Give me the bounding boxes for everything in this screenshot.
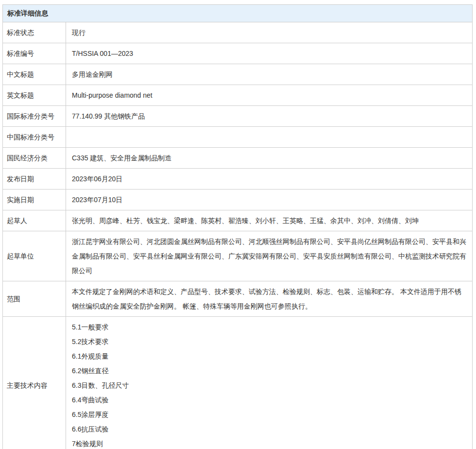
row-value: 浙江昆宇网业有限公司、河北团圆金属丝网制品有限公司、河北顺强丝网制品有限公司、安… [66, 231, 473, 281]
row-label: 标准编号 [3, 43, 66, 64]
row-value: 5.1一般要求5.2技术要求6.1外观质量6.2钢丝直径6.3目数、孔径尺寸6.… [66, 317, 473, 449]
row-label: 国民经济分类 [3, 148, 66, 169]
table-row: 发布日期2023年06月20日 [3, 169, 473, 190]
row-label: 起草单位 [3, 231, 66, 281]
row-label: 国际标准分类号 [3, 106, 66, 127]
row-value: 本文件规定了金刚网的术语和定义、产品型号、技术要求、试验方法、检验规则、标志、包… [66, 281, 473, 317]
value-line: 7检验规则 [72, 436, 467, 449]
table-row: 中国标准分类号 [3, 127, 473, 148]
row-label: 标准状态 [3, 22, 66, 43]
value-line: 6.4弯曲试验 [72, 393, 467, 407]
value-line: 5.1一般要求 [72, 320, 467, 334]
row-value: 2023年07月10日 [66, 190, 473, 210]
value-line: 5.2技术要求 [72, 334, 467, 349]
row-label: 实施日期 [3, 190, 66, 210]
row-label: 中文标题 [3, 64, 66, 85]
table-row: 标准编号T/HSSIA 001—2023 [3, 43, 473, 64]
table-row: 国民经济分类C335 建筑、安全用金属制品制造 [3, 148, 473, 169]
value-line: 6.1外观质量 [72, 349, 467, 363]
table-row: 起草人张光明、周彦峰、杜芳、钱宝龙、梁畔逢、陈英村、翟浩臻、刘小轩、王英略、王猛… [3, 210, 473, 231]
value-line: 6.5涂层厚度 [72, 407, 467, 422]
table-row: 主要技术内容5.1一般要求5.2技术要求6.1外观质量6.2钢丝直径6.3目数、… [3, 317, 473, 449]
row-value: 现行 [66, 22, 473, 43]
row-label: 范围 [3, 281, 66, 317]
table-row: 起草单位浙江昆宇网业有限公司、河北团圆金属丝网制品有限公司、河北顺强丝网制品有限… [3, 231, 473, 281]
row-value: 张光明、周彦峰、杜芳、钱宝龙、梁畔逢、陈英村、翟浩臻、刘小轩、王英略、王猛、余其… [66, 210, 473, 231]
row-value: T/HSSIA 001—2023 [66, 43, 473, 64]
row-value: 多用途金刚网 [66, 64, 473, 85]
table-row: 英文标题Multi-purpose diamond net [3, 85, 473, 106]
value-line: 6.3目数、孔径尺寸 [72, 378, 467, 393]
row-label: 发布日期 [3, 169, 66, 190]
row-value: 2023年06月20日 [66, 169, 473, 190]
row-label: 起草人 [3, 210, 66, 231]
value-line: 6.2钢丝直径 [72, 363, 467, 378]
row-value: C335 建筑、安全用金属制品制造 [66, 148, 473, 169]
value-line: 6.6抗压试验 [72, 422, 467, 436]
row-label: 主要技术内容 [3, 317, 66, 449]
row-label: 中国标准分类号 [3, 127, 66, 148]
table-row: 标准状态现行 [3, 22, 473, 43]
row-label: 英文标题 [3, 85, 66, 106]
row-value: 77.140.99 其他钢铁产品 [66, 106, 473, 127]
table-row: 实施日期2023年07月10日 [3, 190, 473, 210]
table-title: 标准详细信息 [3, 5, 473, 22]
table-row: 范围本文件规定了金刚网的术语和定义、产品型号、技术要求、试验方法、检验规则、标志… [3, 281, 473, 317]
standard-detail-table: 标准详细信息 标准状态现行标准编号T/HSSIA 001—2023中文标题多用途… [2, 4, 473, 449]
row-value [66, 127, 473, 148]
table-row: 国际标准分类号77.140.99 其他钢铁产品 [3, 106, 473, 127]
table-row: 中文标题多用途金刚网 [3, 64, 473, 85]
table-header-row: 标准详细信息 [3, 5, 473, 22]
standard-table-body: 标准状态现行标准编号T/HSSIA 001—2023中文标题多用途金刚网英文标题… [3, 22, 473, 449]
row-value: Multi-purpose diamond net [66, 85, 473, 106]
